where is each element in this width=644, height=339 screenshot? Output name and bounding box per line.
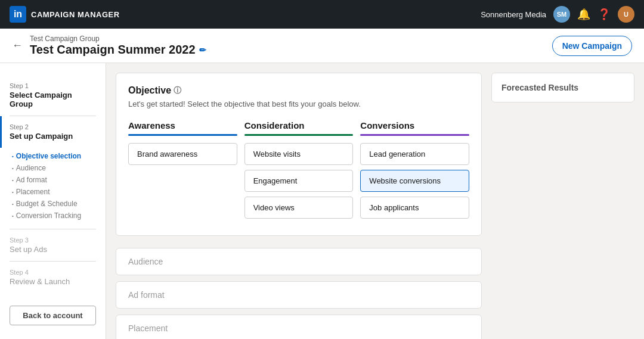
forecasted-title: Forecasted Results — [501, 83, 624, 92]
sidebar-step-1: Step 1 Select Campaign Group — [0, 75, 106, 116]
step4-number: Step 4 — [10, 269, 96, 276]
step4-title: Review & Launch — [10, 277, 96, 286]
active-bar — [0, 116, 2, 148]
col-awareness: AwarenessBrand awareness — [128, 120, 237, 223]
notification-icon[interactable]: 🔔 — [577, 8, 590, 21]
top-navigation: in CAMPAIGN MANAGER Sonnenberg Media SM … — [0, 0, 644, 29]
sidebar-subitem[interactable]: •Audience — [12, 162, 96, 174]
main-layout: Step 1 Select Campaign Group Step 2 Set … — [0, 63, 644, 339]
sidebar-steps: Step 1 Select Campaign Group Step 2 Set … — [0, 75, 106, 298]
col-conversions-header: Conversions — [360, 120, 469, 130]
forecasted-card: Forecasted Results — [491, 73, 634, 102]
col-consideration-header: Consideration — [244, 120, 354, 130]
step1-number: Step 1 — [10, 82, 96, 89]
bullet-icon: • — [12, 189, 14, 195]
col-conversions-bar — [360, 134, 469, 136]
back-arrow-icon[interactable]: ← — [12, 39, 23, 52]
info-icon[interactable]: ⓘ — [174, 85, 181, 96]
sidebar-step-4: Step 4 Review & Launch — [0, 262, 106, 293]
sidebar-subitem[interactable]: •Budget & Schedule — [12, 198, 96, 210]
col-consideration-bar — [244, 134, 354, 136]
bullet-icon: • — [12, 178, 14, 183]
nav-left: in CAMPAIGN MANAGER — [10, 6, 120, 23]
option-website-visits[interactable]: Website visits — [244, 143, 354, 165]
header-bar: ← Test Campaign Group Test Campaign Summ… — [0, 29, 644, 63]
sidebar-subitems: •Objective selection•Audience•Ad format•… — [0, 148, 106, 229]
edit-icon[interactable]: ✏ — [199, 45, 206, 55]
option-video-views[interactable]: Video views — [244, 197, 354, 219]
sidebar-subitem[interactable]: •Ad format — [12, 174, 96, 186]
company-name-label: Sonnenberg Media — [481, 10, 546, 19]
option-brand-awareness[interactable]: Brand awareness — [128, 143, 237, 165]
step3-number: Step 3 — [10, 237, 96, 244]
col-awareness-header: Awareness — [128, 120, 237, 130]
collapsed-sections: AudienceAd formatPlacementBudget & Sched… — [116, 242, 482, 339]
bullet-icon: • — [12, 201, 14, 207]
step2-number: Step 2 — [10, 123, 96, 130]
campaign-group-label: Test Campaign Group — [30, 35, 206, 43]
linkedin-logo: in — [10, 6, 26, 23]
sidebar-subitem[interactable]: •Conversion Tracking — [12, 210, 96, 222]
campaign-title: Test Campaign Summer 2022 ✏ — [30, 43, 206, 57]
company-avatar: SM — [553, 6, 570, 23]
sidebar-step-3: Step 3 Set up Ads — [0, 229, 106, 261]
objective-columns: AwarenessBrand awarenessConsiderationWeb… — [128, 120, 469, 223]
step3-title: Set up Ads — [10, 245, 96, 254]
option-engagement[interactable]: Engagement — [244, 170, 354, 192]
objective-heading: Objective ⓘ — [128, 85, 469, 96]
col-consideration: ConsiderationWebsite visitsEngagementVid… — [244, 120, 354, 223]
bullet-icon: • — [12, 166, 14, 171]
bullet-icon: • — [12, 154, 14, 159]
objective-card: Objective ⓘ Let's get started! Select th… — [116, 73, 482, 236]
collapsed-ad-format[interactable]: Ad format — [116, 281, 482, 309]
back-to-account-button[interactable]: Back to account — [10, 306, 96, 325]
collapsed-placement[interactable]: Placement — [116, 315, 482, 339]
sidebar-subitem[interactable]: •Objective selection — [12, 150, 96, 162]
header-left: ← Test Campaign Group Test Campaign Summ… — [12, 35, 206, 57]
new-campaign-button[interactable]: New Campaign — [552, 36, 632, 56]
user-avatar[interactable]: U — [618, 6, 634, 23]
nav-right: Sonnenberg Media SM 🔔 ❓ U — [481, 6, 634, 23]
objective-subtitle: Let's get started! Select the objective … — [128, 99, 469, 108]
step1-title: Select Campaign Group — [10, 91, 96, 108]
campaign-info: Test Campaign Group Test Campaign Summer… — [30, 35, 206, 57]
content-area: Objective ⓘ Let's get started! Select th… — [106, 63, 644, 339]
help-icon[interactable]: ❓ — [597, 8, 611, 21]
option-lead-generation[interactable]: Lead generation — [360, 143, 469, 165]
option-website-conversions[interactable]: Website conversions — [360, 170, 469, 192]
app-name-label: CAMPAIGN MANAGER — [31, 10, 120, 19]
forecasted-panel: Forecasted Results — [491, 73, 634, 335]
sidebar-subitem[interactable]: •Placement — [12, 186, 96, 198]
bullet-icon: • — [12, 213, 14, 219]
sidebar-step-2: Step 2 Set up Campaign — [0, 116, 106, 148]
option-job-applicants[interactable]: Job applicants — [360, 197, 469, 219]
sidebar: Step 1 Select Campaign Group Step 2 Set … — [0, 63, 106, 339]
collapsed-audience[interactable]: Audience — [116, 248, 482, 275]
step2-title: Set up Campaign — [10, 132, 96, 141]
col-conversions: ConversionsLead generationWebsite conver… — [360, 120, 469, 223]
col-awareness-bar — [128, 134, 237, 136]
